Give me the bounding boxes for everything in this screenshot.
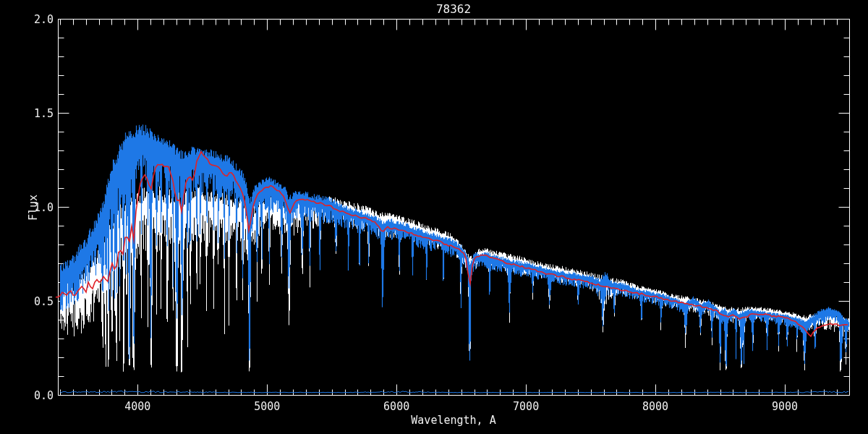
spectrum-figure: 78362 Wavelength, A Flux 0.00.51.01.52.0… (0, 0, 868, 434)
x-tick-label: 4000 (124, 400, 150, 413)
spectrum-plot-canvas (0, 0, 868, 434)
x-tick-label: 6000 (383, 400, 409, 413)
y-tick-label: 2.0 (34, 13, 54, 26)
x-tick-label: 8000 (642, 400, 668, 413)
y-tick-label: 1.0 (34, 201, 54, 214)
x-tick-label: 5000 (254, 400, 280, 413)
y-tick-label: 0.0 (34, 389, 54, 402)
y-tick-label: 0.5 (34, 295, 54, 308)
x-tick-label: 9000 (772, 400, 798, 413)
plot-title: 78362 (58, 2, 849, 16)
y-tick-label: 1.5 (34, 107, 54, 120)
x-tick-label: 7000 (513, 400, 539, 413)
x-axis-label: Wavelength, A (58, 414, 849, 427)
